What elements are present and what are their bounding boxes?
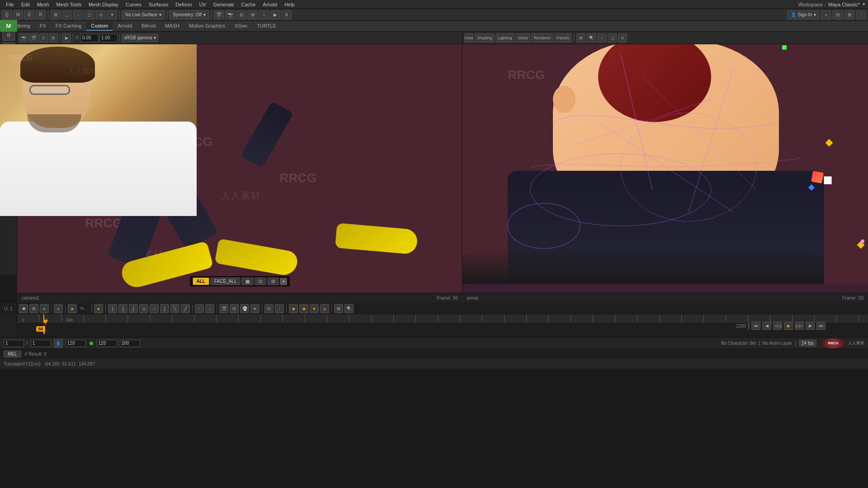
tab-mash[interactable]: MASH: [160, 22, 184, 31]
isolate-btn[interactable]: ○: [259, 10, 269, 19]
menu-item-mesh[interactable]: Mesh: [34, 1, 52, 8]
char-anim-btn[interactable]: 👤: [54, 339, 63, 348]
tl-curve-4[interactable]: ∪: [139, 304, 148, 313]
tl-tool-shape[interactable]: ◆: [299, 304, 308, 313]
vp-right-tool1[interactable]: ⊞: [576, 33, 585, 42]
vp-right-tool2[interactable]: 🔍: [587, 33, 596, 42]
tab-xgen[interactable]: XGen: [230, 22, 252, 31]
layout-btn[interactable]: ⊟: [236, 10, 246, 19]
tl-tool-filter[interactable]: ■: [40, 304, 49, 313]
cam-btn[interactable]: 📷: [225, 10, 235, 19]
vp-scale-input[interactable]: [99, 34, 118, 42]
tl-tool-search[interactable]: 🔍: [344, 304, 354, 313]
vp-right-tool3[interactable]: ↕: [597, 33, 606, 42]
tl-tool-cone[interactable]: ▲: [320, 304, 329, 313]
view-single-btn[interactable]: ▪: [821, 10, 831, 19]
tl-tool-5[interactable]: ■: [94, 304, 103, 313]
mel-mode-btn[interactable]: MEL: [4, 351, 21, 357]
vp-right-view-menu[interactable]: View: [464, 33, 473, 42]
vp-colorspace-dropdown[interactable]: sRGB gamma ▾: [122, 34, 158, 42]
rig-control-yellow-1[interactable]: [826, 139, 833, 147]
tl-tool-ghost[interactable]: 👻: [240, 304, 249, 313]
tab-turtle[interactable]: TURTLE: [252, 22, 281, 31]
timeline-playhead[interactable]: [43, 314, 44, 323]
menu-item-help[interactable]: Help: [281, 1, 298, 8]
menu-item-mesh-tools[interactable]: Mesh Tools: [53, 1, 85, 8]
menu-item-cache[interactable]: Cache: [238, 1, 259, 8]
menu-item-file[interactable]: File: [3, 1, 17, 8]
rig-control-white[interactable]: [824, 176, 832, 184]
snap-curve-btn[interactable]: ◡: [62, 10, 72, 19]
tl-next-frame-btn[interactable]: ▶: [806, 322, 815, 330]
tl-tool-ik[interactable]: ⋮: [275, 304, 284, 313]
tl-tool-bake[interactable]: ⊟: [230, 304, 239, 313]
select-tool-btn[interactable]: Q: [2, 10, 12, 19]
menu-item-mesh-display[interactable]: Mesh Display: [85, 1, 122, 8]
tl-tool-4[interactable]: ■: [68, 304, 77, 313]
view-custom-btn[interactable]: ⋮: [856, 10, 866, 19]
tl-play-fwd-btn[interactable]: ▷▷: [795, 322, 804, 330]
vp-right-lighting-menu[interactable]: Lighting: [495, 33, 514, 42]
pause-btn[interactable]: ⏸: [282, 10, 292, 19]
view-quad-btn[interactable]: ⊞: [844, 10, 854, 19]
tl-next-btn[interactable]: ⏭: [816, 322, 826, 330]
rotate-tool-btn[interactable]: E: [24, 10, 34, 19]
snap-grid-btn[interactable]: ⊞: [51, 10, 61, 19]
tl-prev-btn[interactable]: ⏮: [751, 322, 760, 330]
tl-curve-3[interactable]: ∫: [129, 304, 138, 313]
render-btn[interactable]: 🎬: [214, 10, 224, 19]
vp-camera-icon[interactable]: 📷: [19, 33, 28, 42]
menu-item-curves[interactable]: Curves: [123, 1, 145, 8]
fps-indicator[interactable]: 24 fps: [799, 340, 816, 347]
anim-playback-end-input[interactable]: [97, 340, 117, 347]
anim-playback-start-input[interactable]: [31, 340, 51, 347]
tl-curve-1[interactable]: ∫: [108, 304, 117, 313]
scale-tool-btn[interactable]: R: [36, 10, 46, 19]
tl-curve-8[interactable]: ╱: [181, 304, 190, 313]
tl-prev-frame-btn[interactable]: ◀: [762, 322, 771, 330]
tl-tool-snap-anim[interactable]: ⊞: [334, 304, 343, 313]
tl-play-back-btn[interactable]: ◁◁: [773, 322, 782, 330]
menu-item-arnold-menu[interactable]: Arnold: [259, 1, 280, 8]
tl-tool-1[interactable]: ⏺: [19, 304, 28, 313]
current-frame-bubble[interactable]: 50: [36, 326, 45, 332]
selection-icon2-btn[interactable]: ⊡: [255, 277, 266, 285]
rig-control-green-1[interactable]: [782, 45, 787, 50]
tab-fx[interactable]: FX: [35, 22, 51, 31]
workspace-expand-icon[interactable]: ▾: [863, 1, 865, 7]
snap-surface-btn[interactable]: ◻: [85, 10, 94, 19]
rig-control-pink-1[interactable]: [861, 239, 864, 243]
tl-key-2[interactable]: ↓: [205, 304, 214, 313]
anim-start-input[interactable]: [4, 340, 24, 347]
vp-right-panels-menu[interactable]: Panels: [555, 33, 572, 42]
tl-tool-anim[interactable]: 🎬: [219, 304, 228, 313]
vp-right-shading-menu[interactable]: Shading: [475, 33, 494, 42]
tl-tool-constrain[interactable]: ⊡: [264, 304, 274, 313]
tab-fx-caching[interactable]: FX Caching: [51, 22, 86, 31]
tl-tool-sphere[interactable]: ●: [310, 304, 319, 313]
selection-face-all-btn[interactable]: FACE_ALL: [210, 277, 241, 285]
vp-right-tool5[interactable]: ⊙: [618, 33, 627, 42]
tl-tool-pick[interactable]: ◆: [289, 304, 298, 313]
vp-render-icon[interactable]: 🎬: [29, 33, 38, 42]
selection-all-btn[interactable]: ALL: [193, 277, 209, 285]
tl-key-1[interactable]: ↑: [195, 304, 204, 313]
move-tool-btn[interactable]: W: [13, 10, 23, 19]
anim-end-input[interactable]: [66, 340, 86, 347]
vp-play-icon[interactable]: ▶: [62, 33, 71, 42]
vp-snap-icon[interactable]: ⊙: [39, 33, 48, 42]
sign-in-btn[interactable]: 👤 Sign In ▾: [788, 10, 819, 19]
vp-right-renderer-menu[interactable]: Renderer: [532, 33, 553, 42]
symmetry-dropdown[interactable]: Symmetry: Off ▾: [170, 10, 209, 19]
menu-item-surfaces[interactable]: Surfaces: [146, 1, 171, 8]
viewport-right[interactable]: RRCG RRCG 人人素材 人人素材: [462, 32, 868, 296]
tl-tool-2[interactable]: ⊞: [29, 304, 38, 313]
tl-curve-7[interactable]: ╲: [170, 304, 179, 313]
no-live-surface-dropdown[interactable]: No Live Surface ▾: [122, 10, 165, 19]
selection-icon3-btn[interactable]: ⊟: [267, 277, 279, 285]
menu-item-uv[interactable]: UV: [196, 1, 209, 8]
vp-time-input[interactable]: [80, 34, 99, 42]
tl-curve-6[interactable]: ∫: [160, 304, 169, 313]
snap-view-btn[interactable]: ⊙: [96, 10, 106, 19]
menu-item-deform[interactable]: Deform: [172, 1, 195, 8]
